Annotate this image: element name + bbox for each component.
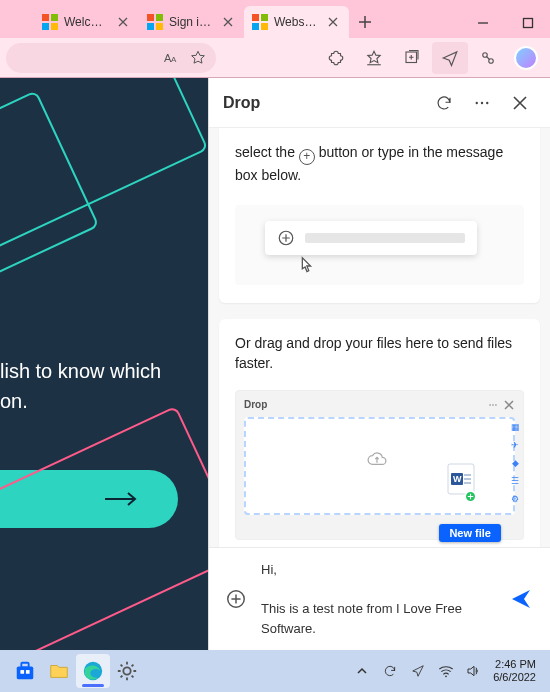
- svg-rect-9: [261, 14, 268, 21]
- tray-volume-icon[interactable]: [465, 662, 483, 680]
- compose-message-text[interactable]: Hi, This is a test note from I Love Free…: [261, 560, 494, 638]
- mini-more-icon: [487, 399, 499, 411]
- svg-rect-0: [42, 14, 49, 21]
- svg-rect-5: [156, 14, 163, 21]
- tab-label: Website Them: [274, 15, 319, 29]
- drop-more-button[interactable]: [466, 87, 498, 119]
- svg-rect-4: [147, 14, 154, 21]
- mini-icon: ☰: [509, 475, 521, 487]
- svg-rect-30: [21, 663, 28, 668]
- drop-zone-illustration: W: [244, 417, 515, 515]
- svg-point-18: [476, 101, 478, 103]
- drop-button[interactable]: [432, 42, 468, 74]
- tray-chevron-icon[interactable]: [353, 662, 371, 680]
- page-heading: lish to know which on.: [0, 356, 198, 416]
- tab-close-button[interactable]: [325, 14, 341, 30]
- browser-toolbar: AA: [0, 38, 550, 78]
- compose-send-button[interactable]: [506, 584, 536, 614]
- svg-point-19: [481, 101, 483, 103]
- edge-favicon-icon: [42, 14, 58, 30]
- maximize-button[interactable]: [505, 8, 550, 38]
- tray-sync-icon[interactable]: [381, 662, 399, 680]
- instruction-text-1: select the + button or type in the messa…: [235, 142, 524, 185]
- svg-rect-7: [156, 23, 163, 30]
- svg-point-24: [495, 404, 497, 406]
- new-tab-button[interactable]: [349, 6, 381, 38]
- drop-title: Drop: [223, 94, 260, 112]
- svg-point-35: [445, 675, 447, 677]
- cloud-upload-icon: [366, 452, 388, 468]
- svg-point-22: [489, 404, 491, 406]
- cursor-pointer-icon: [295, 255, 317, 277]
- tab-label: Sign in to Mic: [169, 15, 214, 29]
- mini-icon: ◆: [509, 457, 521, 469]
- svg-rect-8: [252, 14, 259, 21]
- window-controls: [460, 6, 550, 38]
- plus-circle-inline-icon: +: [299, 149, 315, 165]
- new-file-badge: New file: [439, 524, 501, 542]
- add-badge-icon: [464, 490, 477, 503]
- webpage-content: lish to know which on.: [0, 78, 208, 650]
- instruction-text-2: Or drag and drop your files here to send…: [235, 333, 524, 374]
- svg-text:W: W: [453, 474, 462, 484]
- message-box-illustration: [235, 205, 524, 285]
- svg-rect-12: [523, 19, 532, 28]
- address-bar[interactable]: AA: [6, 43, 216, 73]
- svg-rect-3: [51, 23, 58, 30]
- drop-instruction-card-2: Or drag and drop your files here to send…: [219, 319, 540, 547]
- taskbar-settings-icon[interactable]: [110, 654, 144, 688]
- svg-rect-32: [26, 670, 30, 674]
- plus-circle-icon: [277, 229, 295, 247]
- reading-mode-icon[interactable]: AA: [162, 49, 180, 67]
- svg-rect-1: [51, 14, 58, 21]
- mini-icon: ▦: [509, 421, 521, 433]
- svg-point-20: [486, 101, 488, 103]
- extensions-button[interactable]: [318, 42, 354, 74]
- tray-wifi-icon[interactable]: [437, 662, 455, 680]
- svg-text:A: A: [171, 55, 177, 64]
- compose-add-button[interactable]: [223, 586, 249, 612]
- collections-button[interactable]: [394, 42, 430, 74]
- mini-drop-label: Drop: [244, 399, 267, 410]
- svg-rect-29: [17, 666, 34, 679]
- illustration-message-bar: [265, 221, 477, 255]
- mini-close-icon: [503, 399, 515, 411]
- avatar-icon: [514, 46, 538, 70]
- svg-point-34: [123, 667, 130, 674]
- browser-tabs: Welcome to t Sign in to Mic Website Them: [34, 0, 381, 38]
- taskbar-store-icon[interactable]: [8, 654, 42, 688]
- tab-close-button[interactable]: [220, 14, 236, 30]
- minimize-button[interactable]: [460, 8, 505, 38]
- tray-clock[interactable]: 2:46 PM 6/6/2022: [493, 658, 542, 684]
- drop-instruction-card-1: select the + button or type in the messa…: [219, 128, 540, 303]
- drop-compose-bar: Hi, This is a test note from I Love Free…: [209, 547, 550, 650]
- svg-rect-31: [20, 670, 24, 674]
- mini-icon: ⚙: [509, 493, 521, 505]
- drop-close-button[interactable]: [504, 87, 536, 119]
- mini-sidebar-icons: ▦ ✈ ◆ ☰ ⚙: [509, 421, 521, 505]
- tab-close-button[interactable]: [115, 14, 131, 30]
- svg-rect-11: [261, 23, 268, 30]
- arrow-right-icon: [104, 491, 138, 507]
- ms-favicon-icon: [147, 14, 163, 30]
- favorite-star-icon[interactable]: [190, 50, 206, 66]
- svg-rect-10: [252, 23, 259, 30]
- drop-refresh-button[interactable]: [428, 87, 460, 119]
- window-titlebar: Welcome to t Sign in to Mic Website Them: [0, 0, 550, 38]
- tray-location-icon[interactable]: [409, 662, 427, 680]
- page-cta-button[interactable]: [0, 470, 178, 528]
- performance-button[interactable]: [470, 42, 506, 74]
- edge-favicon-icon: [252, 14, 268, 30]
- svg-point-23: [492, 404, 494, 406]
- tab-label: Welcome to t: [64, 15, 109, 29]
- taskbar-edge-icon[interactable]: [76, 654, 110, 688]
- favorites-button[interactable]: [356, 42, 392, 74]
- taskbar-explorer-icon[interactable]: [42, 654, 76, 688]
- tab-welcome[interactable]: Welcome to t: [34, 6, 139, 38]
- windows-taskbar: 2:46 PM 6/6/2022: [0, 650, 550, 692]
- tab-website-theme[interactable]: Website Them: [244, 6, 349, 38]
- profile-button[interactable]: [508, 42, 544, 74]
- tab-signin[interactable]: Sign in to Mic: [139, 6, 244, 38]
- mini-icon: ✈: [509, 439, 521, 451]
- system-tray: 2:46 PM 6/6/2022: [353, 658, 542, 684]
